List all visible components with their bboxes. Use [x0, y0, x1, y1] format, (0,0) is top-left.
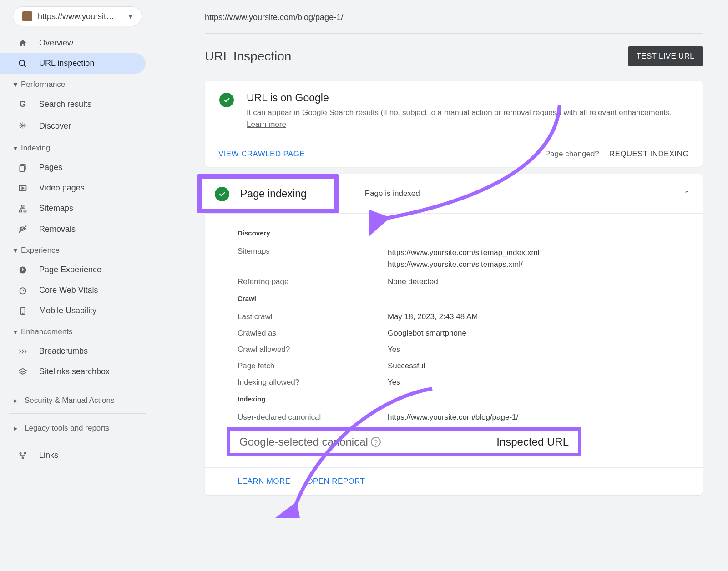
video-icon	[17, 184, 28, 193]
nav-sitemaps[interactable]: Sitemaps	[0, 198, 155, 219]
discovery-section-title: Discovery	[238, 229, 670, 237]
status-title: URL is on Google	[247, 92, 688, 104]
indexing-section-title: Indexing	[238, 395, 670, 403]
property-thumb	[22, 11, 32, 21]
nav-links[interactable]: Links	[0, 445, 155, 466]
detail-row-sitemaps: Sitemaps https://www.yoursite.com/sitema…	[238, 243, 670, 274]
nav-video-pages[interactable]: Video pages	[0, 178, 155, 198]
svg-rect-7	[24, 210, 26, 212]
nav-discover[interactable]: ✳Discover	[0, 115, 155, 137]
nav-page-experience[interactable]: Page Experience	[0, 260, 155, 280]
learn-more-link[interactable]: Learn more	[247, 120, 286, 129]
nav-search-results[interactable]: GSearch results	[0, 94, 155, 115]
mobile-icon	[17, 306, 28, 316]
open-report-button[interactable]: OPEN REPORT	[307, 477, 365, 486]
nav-section-indexing[interactable]: ▶ Indexing	[0, 137, 155, 157]
nav-breadcrumbs[interactable]: Breadcrumbs	[0, 341, 155, 361]
nav-legacy[interactable]: ▶ Legacy tools and reports	[0, 417, 155, 437]
nav-removals[interactable]: Removals	[0, 219, 155, 240]
svg-point-12	[22, 313, 23, 314]
nav-section-experience[interactable]: ▶ Experience	[0, 240, 155, 260]
svg-line-1	[24, 65, 26, 66]
detail-row-referring: Referring page None detected	[238, 274, 670, 290]
nav-label: Overview	[39, 38, 73, 48]
svg-point-15	[22, 457, 23, 458]
chevron-right-icon: ▶	[14, 398, 17, 404]
nav-section-performance[interactable]: ▶ Performance	[0, 74, 155, 94]
discover-icon: ✳	[17, 120, 28, 132]
removals-icon	[17, 224, 28, 234]
svg-point-0	[20, 60, 25, 65]
layers-icon	[17, 367, 28, 376]
crawl-section-title: Crawl	[238, 295, 670, 302]
nav-section-enhancements[interactable]: ▶ Enhancements	[0, 321, 155, 341]
nav-sitelinks-searchbox[interactable]: Sitelinks searchbox	[0, 361, 155, 382]
nav-url-inspection[interactable]: URL inspection	[0, 53, 146, 74]
page-indexing-status: Page is indexed	[339, 189, 684, 198]
check-icon	[215, 187, 229, 201]
speed-icon	[17, 286, 28, 295]
svg-point-13	[20, 452, 21, 454]
home-icon	[17, 39, 28, 48]
view-crawled-page-button[interactable]: VIEW CRAWLED PAGE	[218, 150, 305, 159]
test-live-url-button[interactable]: TEST LIVE URL	[628, 46, 703, 66]
chevron-down-icon: ▾	[129, 12, 132, 21]
page-changed-label: Page changed?	[545, 150, 599, 159]
page-indexing-title: Page indexing	[240, 188, 307, 200]
nav-overview[interactable]: Overview	[0, 33, 155, 53]
page-indexing-card: Page indexing Page is indexed ⌃ Discover…	[205, 174, 703, 495]
nav-security[interactable]: ▶ Security & Manual Actions	[0, 390, 155, 410]
status-card: URL is on Google It can appear in Google…	[205, 81, 703, 167]
status-subtitle: It can appear in Google Search results (…	[247, 107, 688, 130]
svg-point-10	[20, 288, 25, 294]
nav-core-web-vitals[interactable]: Core Web Vitals	[0, 280, 155, 301]
chevron-down-icon: ▶	[13, 83, 19, 86]
page-experience-icon	[17, 265, 28, 275]
svg-rect-5	[22, 205, 24, 207]
google-icon: G	[17, 99, 28, 109]
property-selector[interactable]: https://www.yoursit… ▾	[13, 6, 142, 26]
chevron-down-icon: ▶	[13, 330, 19, 334]
nav-mobile-usability[interactable]: Mobile Usability	[0, 301, 155, 321]
request-indexing-button[interactable]: REQUEST INDEXING	[609, 150, 689, 159]
sitemaps-icon	[17, 204, 28, 213]
property-label: https://www.yoursit…	[38, 12, 123, 21]
pages-icon	[17, 163, 28, 172]
check-icon	[219, 93, 234, 107]
inspected-url[interactable]: https://www.yoursite.com/blog/page-1/	[205, 13, 703, 34]
svg-point-14	[24, 452, 25, 454]
svg-rect-6	[20, 210, 22, 212]
sidebar: https://www.yoursit… ▾ Overview URL insp…	[0, 0, 155, 571]
learn-more-button[interactable]: LEARN MORE	[238, 477, 290, 486]
links-icon	[17, 451, 28, 460]
main-content: https://www.yoursite.com/blog/page-1/ UR…	[155, 0, 728, 495]
chevron-down-icon: ▶	[13, 146, 19, 150]
nav-label: URL inspection	[39, 59, 94, 68]
google-selected-canonical-highlight: Google-selected canonical ? Inspected UR…	[227, 427, 581, 456]
search-icon	[17, 59, 28, 68]
chevron-right-icon: ▶	[14, 426, 17, 431]
chevron-down-icon: ▶	[13, 249, 19, 252]
help-icon[interactable]: ?	[371, 437, 381, 447]
nav-pages[interactable]: Pages	[0, 157, 155, 178]
page-title: URL Inspection	[205, 49, 291, 64]
page-indexing-highlight: Page indexing	[197, 174, 339, 213]
collapse-icon[interactable]: ⌃	[684, 190, 690, 198]
svg-rect-3	[20, 165, 24, 171]
breadcrumbs-icon	[17, 347, 28, 356]
